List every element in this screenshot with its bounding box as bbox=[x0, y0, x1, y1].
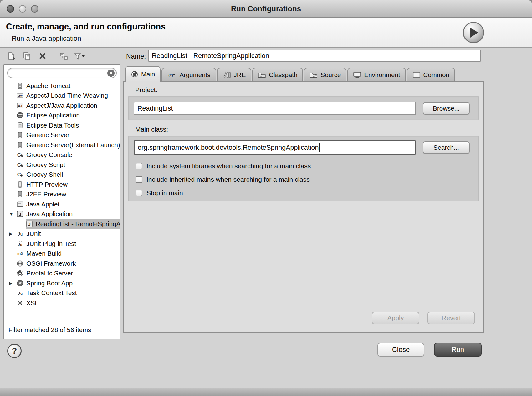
tree-item[interactable]: Eclipse Application bbox=[4, 111, 120, 121]
checkbox[interactable] bbox=[136, 163, 142, 169]
tree-item[interactable]: Apache Tomcat bbox=[4, 81, 120, 91]
svg-text:J: J bbox=[18, 290, 20, 296]
tab-main[interactable]: Main bbox=[125, 66, 161, 82]
tree-item[interactable]: GGroovy Script bbox=[4, 160, 120, 170]
server-icon bbox=[17, 132, 23, 138]
tab-jre[interactable]: JRE bbox=[217, 68, 252, 81]
window-title: Run Configurations bbox=[0, 0, 532, 17]
database-icon bbox=[17, 122, 23, 129]
tree-item[interactable]: ▼JJava Application bbox=[4, 209, 120, 219]
tree-item[interactable]: XSL bbox=[4, 298, 120, 308]
expand-arrow-icon[interactable]: ▶ bbox=[8, 231, 17, 236]
collapse-all-button[interactable] bbox=[58, 51, 70, 63]
close-button[interactable]: Close bbox=[377, 343, 424, 357]
tree-item[interactable]: Java Applet bbox=[4, 199, 120, 209]
revert-button[interactable]: Revert bbox=[427, 312, 475, 324]
tree-item[interactable]: m2Maven Build bbox=[4, 249, 120, 259]
dialog-header: Create, manage, and run configurations R… bbox=[0, 18, 532, 48]
tree-item-body: GGroovy Shell bbox=[17, 170, 120, 180]
tree-item[interactable]: Pivotal tc Server bbox=[4, 268, 120, 279]
tree-item-body: GGroovy Console bbox=[17, 150, 120, 160]
tree-item[interactable]: JuJUnit Plug-in Test bbox=[4, 239, 120, 249]
tab-label: Source bbox=[320, 71, 341, 79]
new-configuration-button[interactable] bbox=[5, 51, 17, 63]
zoom-window-icon[interactable] bbox=[31, 5, 38, 13]
clear-filter-icon[interactable] bbox=[107, 70, 115, 77]
spring-icon bbox=[17, 280, 23, 287]
tab-arguments[interactable]: (x)=Arguments bbox=[161, 68, 216, 81]
tree-item-body: JJava Application bbox=[17, 209, 120, 219]
filter-status: Filter matched 28 of 56 items bbox=[4, 323, 120, 339]
main-class-input[interactable]: org.springframework.boot.devtools.Remote… bbox=[134, 140, 416, 155]
tree-item[interactable]: JuTask Context Test bbox=[4, 288, 120, 298]
minimize-window-icon[interactable] bbox=[19, 5, 26, 13]
tree-item-body: J2EE Preview bbox=[17, 190, 120, 200]
svg-text:u: u bbox=[20, 232, 23, 237]
footer-divider bbox=[0, 341, 532, 341]
tree-item-body: HTTP Preview bbox=[17, 180, 120, 190]
tree-item-label: Generic Server bbox=[26, 131, 71, 139]
filter-menu-icon bbox=[73, 51, 86, 62]
xsl-icon bbox=[17, 300, 23, 306]
checkbox[interactable] bbox=[136, 176, 142, 183]
tree-item[interactable]: Eclipse Data Tools bbox=[4, 120, 120, 130]
name-input[interactable]: ReadingList - RemoteSpringApplication bbox=[148, 50, 481, 62]
tree-item[interactable]: HTTP Preview bbox=[4, 180, 120, 190]
java-icon: J bbox=[26, 221, 33, 227]
tree-item[interactable]: GGroovy Shell bbox=[4, 170, 120, 180]
project-label: Project: bbox=[135, 86, 157, 94]
apply-button[interactable]: Apply bbox=[372, 312, 419, 324]
filter-menu-button[interactable] bbox=[74, 51, 85, 63]
tab-common[interactable]: Common bbox=[407, 68, 455, 81]
tree-item[interactable]: ▶Spring Boot App bbox=[4, 278, 120, 288]
name-label: Name: bbox=[126, 50, 146, 62]
tree-item[interactable]: AJAspectJ/Java Application bbox=[4, 101, 120, 111]
tree-item-body: Eclipse Data Tools bbox=[17, 120, 120, 130]
project-value: ReadingList bbox=[137, 105, 173, 112]
ltw-icon: LTW bbox=[17, 92, 23, 99]
osgi-icon bbox=[17, 260, 23, 267]
filter-input[interactable] bbox=[7, 68, 117, 78]
tree-item[interactable]: ▶JuJUnit bbox=[4, 229, 120, 239]
help-button[interactable] bbox=[7, 344, 22, 358]
collapse-arrow-icon[interactable]: ▼ bbox=[8, 211, 17, 216]
tab-environment[interactable]: Environment bbox=[347, 68, 406, 81]
tree-item-body: OSGi Framework bbox=[17, 258, 120, 268]
tree-item[interactable]: Generic Server(External Launch) bbox=[4, 140, 120, 150]
close-window-icon[interactable] bbox=[7, 5, 14, 13]
project-input[interactable]: ReadingList bbox=[134, 102, 416, 115]
tree-item-label: Java Application bbox=[26, 210, 74, 218]
svg-text:J: J bbox=[28, 221, 31, 227]
svg-text:(x)=: (x)= bbox=[169, 73, 176, 77]
option-row: Stop in main bbox=[136, 186, 472, 200]
tree-item-body: JuTask Context Test bbox=[17, 288, 120, 298]
tree-item[interactable]: LTWAspectJ Load-Time Weaving bbox=[4, 91, 120, 101]
svg-text:G: G bbox=[17, 162, 21, 168]
tree-item[interactable]: JReadingList - RemoteSpringApplication bbox=[4, 219, 120, 229]
expand-arrow-icon[interactable]: ▶ bbox=[8, 281, 17, 286]
tree-item[interactable]: OSGi Framework bbox=[4, 258, 120, 268]
duplicate-configuration-button[interactable] bbox=[21, 51, 33, 63]
header-subtitle: Run a Java application bbox=[12, 34, 532, 43]
search-button[interactable]: Search... bbox=[423, 141, 470, 154]
tab-label: Classpath bbox=[269, 71, 297, 79]
tree-item-label: AspectJ Load-Time Weaving bbox=[26, 92, 109, 99]
java-icon: J bbox=[17, 211, 23, 217]
delete-configuration-button[interactable] bbox=[37, 51, 49, 63]
browse-button[interactable]: Browse... bbox=[423, 102, 470, 115]
tree-item[interactable]: Generic Server bbox=[4, 130, 120, 140]
tree-item-body: JReadingList - RemoteSpringApplication bbox=[26, 219, 120, 229]
tree-item-body: GGroovy Script bbox=[17, 160, 120, 170]
tab-classpath[interactable]: Classpath bbox=[252, 68, 303, 81]
run-button[interactable]: Run bbox=[434, 343, 482, 357]
tree-item[interactable]: J2EE Preview bbox=[4, 190, 120, 200]
jre-tab-icon bbox=[223, 71, 231, 78]
tree-item[interactable]: GGroovy Console bbox=[4, 150, 120, 160]
tab-source[interactable]: Source bbox=[304, 68, 346, 81]
checkbox[interactable] bbox=[136, 190, 142, 196]
tree-item-label: ReadingList - RemoteSpringApplication bbox=[36, 220, 120, 228]
tree-item-body: Generic Server(External Launch) bbox=[17, 140, 120, 150]
tree-item-body: Spring Boot App bbox=[17, 278, 120, 288]
text-cursor bbox=[319, 143, 320, 152]
tree-item-label: XSL bbox=[26, 299, 40, 307]
